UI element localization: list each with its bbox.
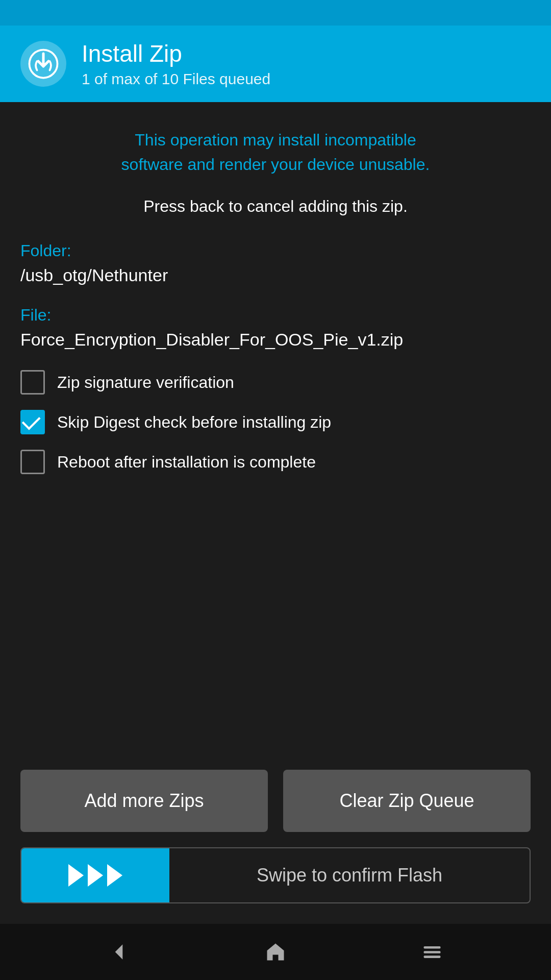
swipe-arrow-3 bbox=[107, 864, 122, 887]
checkbox-reboot-after-label: Reboot after installation is complete bbox=[57, 453, 316, 472]
checkbox-reboot-after[interactable]: Reboot after installation is complete bbox=[20, 450, 531, 474]
checkbox-zip-signature-label: Zip signature verification bbox=[57, 373, 234, 392]
svg-rect-4 bbox=[423, 955, 440, 958]
file-label: File: bbox=[20, 306, 531, 325]
nav-back-button[interactable] bbox=[106, 939, 132, 965]
checkbox-zip-signature-box[interactable] bbox=[20, 370, 45, 395]
svg-rect-3 bbox=[423, 951, 440, 953]
app-icon bbox=[20, 41, 66, 87]
status-bar bbox=[0, 0, 551, 26]
add-more-zips-button[interactable]: Add more Zips bbox=[20, 770, 268, 832]
checkbox-reboot-after-box[interactable] bbox=[20, 450, 45, 474]
swipe-arrow-1 bbox=[68, 864, 84, 887]
svg-marker-1 bbox=[115, 944, 123, 959]
swipe-text: Swipe to confirm Flash bbox=[169, 865, 530, 886]
folder-label: Folder: bbox=[20, 241, 531, 260]
header-text: Install Zip 1 of max of 10 Files queued bbox=[82, 40, 270, 88]
main-content: This operation may install incompatible … bbox=[0, 102, 551, 924]
swipe-flash-bar[interactable]: Swipe to confirm Flash bbox=[20, 847, 531, 903]
checkbox-zip-signature[interactable]: Zip signature verification bbox=[20, 370, 531, 395]
nav-home-button[interactable] bbox=[263, 939, 288, 965]
checkbox-skip-digest-label: Skip Digest check before installing zip bbox=[57, 413, 331, 432]
svg-rect-2 bbox=[423, 946, 440, 949]
buttons-row: Add more Zips Clear Zip Queue bbox=[20, 770, 531, 832]
checkbox-skip-digest[interactable]: Skip Digest check before installing zip bbox=[20, 410, 531, 434]
header-title: Install Zip bbox=[82, 40, 270, 67]
cancel-text: Press back to cancel adding this zip. bbox=[20, 197, 531, 216]
header-subtitle: 1 of max of 10 Files queued bbox=[82, 70, 270, 88]
warning-text: This operation may install incompatible … bbox=[20, 128, 531, 177]
clear-zip-queue-button[interactable]: Clear Zip Queue bbox=[283, 770, 531, 832]
folder-value: /usb_otg/Nethunter bbox=[20, 265, 531, 285]
file-value: Force_Encryption_Disabler_For_OOS_Pie_v1… bbox=[20, 330, 531, 350]
swipe-arrow-2 bbox=[88, 864, 103, 887]
swipe-handle[interactable] bbox=[21, 848, 169, 902]
checkbox-skip-digest-box[interactable] bbox=[20, 410, 45, 434]
nav-bar bbox=[0, 924, 551, 980]
nav-menu-button[interactable] bbox=[419, 939, 445, 965]
header: Install Zip 1 of max of 10 Files queued bbox=[0, 26, 551, 102]
